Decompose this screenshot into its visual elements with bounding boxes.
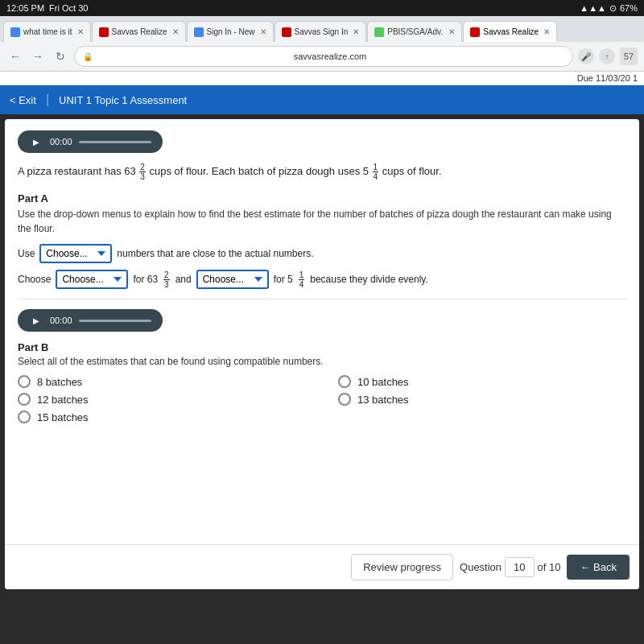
signal-icon: ▲▲▲	[580, 3, 606, 13]
tab-bar: what time is it ✕ Savvas Realize ✕ Sign …	[0, 16, 644, 42]
tab-favicon-pbis	[374, 27, 384, 37]
address-bar[interactable]: 🔒 savvasrealize.com	[74, 46, 573, 67]
bottom-nav: Review progress Question 10 of 10 ← Back	[5, 544, 639, 589]
tab-google[interactable]: what time is it ✕	[3, 21, 91, 42]
battery-indicator: 67%	[620, 3, 638, 13]
row2-suffix: because they divide evenly.	[310, 274, 428, 285]
tab-close-savvas1[interactable]: ✕	[172, 27, 179, 36]
url-text: savvasrealize.com	[96, 52, 564, 61]
label-8-batches: 8 batches	[37, 376, 82, 388]
tab-close-signin[interactable]: ✕	[260, 27, 266, 36]
audio-player-1: 00:00	[18, 130, 163, 153]
wifi-icon: ⊙	[609, 3, 617, 14]
row2-prefix: Choose	[18, 274, 51, 285]
tab-label-savvas-signin: Savvas Sign In	[295, 27, 349, 36]
radio-12-batches[interactable]	[18, 393, 31, 406]
audio-progress-bar-2[interactable]	[79, 320, 151, 322]
tab-savvas-signin[interactable]: Savvas Sign In ✕	[275, 21, 367, 42]
row2-middle2: for 5	[274, 274, 293, 285]
option-12-batches[interactable]: 12 batches	[18, 393, 306, 406]
fraction-63: 2 3	[138, 165, 149, 177]
question-number-box: 10	[505, 557, 534, 577]
tab-savvas-active[interactable]: Savvas Realize ✕	[463, 21, 557, 42]
row1-suffix: numbers that are close to the actual num…	[117, 248, 313, 259]
of-total-label: of 10	[538, 561, 561, 573]
due-bar: Due 11/03/20 1	[0, 72, 644, 85]
tab-close-savvas-signin[interactable]: ✕	[353, 27, 359, 36]
play-button-2[interactable]	[29, 313, 43, 328]
frac-63: 2 3	[139, 163, 146, 181]
problem-text: A pizza restaurant has 63 2 3 cups of fl…	[18, 163, 626, 181]
row2-and: and	[175, 274, 192, 285]
top-nav: < Exit | UNIT 1 Topic 1 Assessment	[0, 85, 644, 114]
radio-8-batches[interactable]	[18, 375, 31, 388]
options-grid: 8 batches 10 batches 12 batches 13 batch…	[18, 375, 626, 423]
exit-button[interactable]: < Exit	[10, 94, 36, 106]
dropdown-1[interactable]: Choose... compatible whole rounded	[39, 244, 112, 263]
back-button[interactable]: ← Back	[567, 555, 630, 580]
dropdown-row-1: Use Choose... compatible whole rounded n…	[18, 244, 626, 263]
tab-label-google: what time is it	[23, 27, 72, 36]
option-8-batches[interactable]: 8 batches	[18, 375, 306, 388]
problem-prefix: A pizza restaurant has 63	[18, 165, 136, 177]
forward-nav-button[interactable]: →	[29, 47, 47, 65]
empty-cell	[338, 411, 626, 423]
tab-close-pbis[interactable]: ✕	[448, 27, 455, 36]
tab-favicon-google	[10, 27, 20, 37]
status-time: 12:05 PM	[6, 3, 44, 13]
play-button-1[interactable]	[29, 134, 43, 149]
due-date-text: Due 11/03/20 1	[577, 73, 638, 83]
label-15-batches: 15 batches	[37, 411, 89, 423]
problem-middle: cups of flour. Each batch of pizza dough…	[150, 165, 369, 177]
extensions-icon[interactable]: 57	[620, 47, 638, 65]
option-13-batches[interactable]: 13 batches	[338, 393, 626, 406]
dropdown-3[interactable]: Choose... 5 6 5.25	[196, 270, 269, 289]
back-nav-button[interactable]: ←	[6, 47, 24, 65]
section-divider	[18, 299, 626, 299]
address-bar-row: ← → ↻ 🔒 savvasrealize.com 🎤 ↑ 57	[0, 42, 644, 71]
option-10-batches[interactable]: 10 batches	[338, 375, 626, 388]
tab-label-signin: Sign In - New	[207, 27, 255, 36]
dropdown-row-2: Choose Choose... 60 64 63 for 63 2 3 and…	[18, 270, 626, 289]
status-date: Fri Oct 30	[49, 3, 88, 13]
audio-timer-1: 00:00	[50, 137, 72, 147]
nav-divider: |	[46, 93, 49, 107]
reload-button[interactable]: ↻	[52, 47, 69, 65]
part-a-heading: Part A	[18, 192, 626, 204]
tab-signin[interactable]: Sign In - New ✕	[187, 21, 274, 42]
lock-icon: 🔒	[83, 52, 93, 61]
row2-middle1: for 63	[133, 274, 158, 285]
frac-row2-2: 1 4	[299, 270, 305, 289]
part-b-heading: Part B	[18, 341, 626, 353]
tab-favicon-savvas-active	[470, 27, 480, 37]
tab-label-savvas-active: Savvas Realize	[483, 27, 539, 36]
tab-pbis[interactable]: PBIS/SGA/Adv... ✕	[367, 21, 462, 42]
radio-13-batches[interactable]	[338, 393, 351, 406]
microphone-icon[interactable]: 🎤	[578, 48, 594, 64]
audio-player-2: 00:00	[18, 309, 163, 332]
tab-favicon-savvas1	[99, 27, 109, 37]
assessment-title: UNIT 1 Topic 1 Assessment	[59, 94, 187, 106]
tab-label-pbis: PBIS/SGA/Adv...	[387, 27, 444, 36]
frac-row2: 2 3	[163, 270, 170, 289]
dropdown-2[interactable]: Choose... 60 64 63	[56, 270, 128, 289]
tab-close-google[interactable]: ✕	[77, 27, 84, 36]
part-a-instruction: Use the drop-down menus to explain how t…	[18, 207, 626, 236]
label-12-batches: 12 batches	[37, 394, 89, 406]
tab-favicon-signin	[194, 27, 204, 37]
radio-10-batches[interactable]	[338, 375, 351, 388]
tab-close-savvas-active[interactable]: ✕	[543, 27, 550, 36]
label-13-batches: 13 batches	[357, 394, 409, 406]
tab-favicon-savvas-signin	[282, 27, 291, 37]
tab-savvas1[interactable]: Savvas Realize ✕	[92, 21, 186, 42]
question-label: Question	[460, 561, 502, 573]
problem-suffix: cups of flour.	[382, 165, 442, 177]
main-content: 00:00 A pizza restaurant has 63 2 3 cups…	[5, 119, 639, 589]
audio-timer-2: 00:00	[50, 316, 72, 325]
question-indicator: Question 10 of 10	[460, 557, 560, 577]
audio-progress-bar-1[interactable]	[79, 141, 151, 143]
option-15-batches[interactable]: 15 batches	[18, 411, 306, 423]
review-progress-button[interactable]: Review progress	[351, 554, 453, 580]
radio-15-batches[interactable]	[18, 411, 31, 423]
share-icon[interactable]: ↑	[599, 48, 615, 64]
